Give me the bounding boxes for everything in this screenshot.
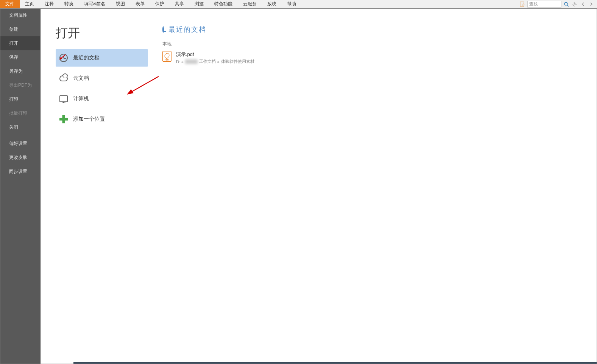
menu-tab-share[interactable]: 共享 — [170, 0, 189, 8]
menu-tab-comment[interactable]: 注释 — [39, 0, 59, 8]
option-label: 云文档 — [73, 75, 89, 82]
clock-icon — [59, 54, 68, 62]
sidebar-item-save[interactable]: 保存 — [0, 50, 40, 64]
svg-point-4 — [574, 3, 575, 5]
sidebar-item-skin[interactable]: 更改皮肤 — [0, 151, 40, 165]
menu-tab-convert[interactable]: 转换 — [59, 0, 79, 8]
sidebar-item-close[interactable]: 关闭 — [0, 120, 40, 134]
option-cloud-docs[interactable]: 云文档 — [56, 70, 148, 87]
menu-tab-file[interactable]: 文件 — [0, 0, 20, 8]
sidebar-item-exportpdf[interactable]: 导出PDF为 — [0, 78, 40, 92]
option-computer[interactable]: 计算机 — [56, 90, 148, 107]
menu-tab-browse[interactable]: 浏览 — [189, 0, 209, 8]
recent-docs-panel: 最近的文档 本地 PDF 演示.pdf D: » xxx 工作文档 » 体验软件… — [149, 8, 597, 364]
sidebar-item-preferences[interactable]: 偏好设置 — [0, 137, 40, 151]
file-name: 演示.pdf — [176, 51, 254, 58]
menu-tab-help[interactable]: 帮助 — [282, 0, 301, 8]
option-add-location[interactable]: 添加一个位置 — [56, 110, 148, 128]
option-label: 最近的文档 — [73, 54, 100, 61]
gear-icon[interactable] — [571, 1, 578, 8]
sidebar-item-open[interactable]: 打开 — [0, 36, 40, 50]
recent-docs-title: 最近的文档 — [168, 25, 206, 34]
sidebar-item-create[interactable]: 创建 — [0, 22, 40, 36]
computer-icon — [59, 95, 68, 103]
search-input[interactable]: 查找 — [527, 1, 561, 8]
file-path: D: » xxx 工作文档 » 体验软件使用素材 — [176, 59, 254, 64]
next-icon[interactable] — [588, 1, 595, 8]
page-title: 打开 — [56, 25, 149, 42]
menu-tab-fillsign[interactable]: 填写&签名 — [79, 0, 111, 8]
option-recent-docs[interactable]: 最近的文档 — [56, 49, 148, 67]
svg-line-3 — [567, 5, 569, 6]
menu-tab-slideshow[interactable]: 放映 — [262, 0, 282, 8]
menu-tab-cloud[interactable]: 云服务 — [238, 0, 262, 8]
top-menu-bar: 文件 主页 注释 转换 填写&签名 视图 表单 保护 共享 浏览 特色功能 云服… — [0, 0, 597, 8]
option-label: 添加一个位置 — [73, 116, 105, 123]
menu-tab-form[interactable]: 表单 — [130, 0, 150, 8]
menu-tab-view[interactable]: 视图 — [111, 0, 130, 8]
option-label: 计算机 — [73, 95, 89, 102]
open-options-panel: 打开 最近的文档 云文档 计算机 添加一个位置 — [41, 8, 149, 364]
status-bar — [73, 362, 597, 364]
sidebar-item-syncsettings[interactable]: 同步设置 — [0, 165, 40, 179]
file-sidebar: 文档属性 创建 打开 保存 另存为 导出PDF为 打印 批量打印 关闭 偏好设置… — [0, 8, 41, 364]
sidebar-item-batchprint[interactable]: 批量打印 — [0, 106, 40, 120]
sidebar-item-saveas[interactable]: 另存为 — [0, 64, 40, 78]
recent-file-item[interactable]: PDF 演示.pdf D: » xxx 工作文档 » 体验软件使用素材 — [162, 50, 597, 66]
find-page-icon[interactable] — [519, 1, 526, 8]
cloud-icon — [59, 74, 68, 82]
clock-icon — [162, 27, 164, 32]
plus-icon — [59, 115, 68, 123]
svg-rect-0 — [520, 2, 524, 6]
search-icon[interactable] — [563, 1, 570, 8]
menu-tab-protect[interactable]: 保护 — [150, 0, 170, 8]
section-label-local: 本地 — [162, 41, 597, 47]
menu-tab-home[interactable]: 主页 — [20, 0, 39, 8]
pdf-file-icon: PDF — [162, 51, 171, 62]
svg-point-2 — [564, 2, 567, 5]
sidebar-item-print[interactable]: 打印 — [0, 92, 40, 106]
sidebar-item-docprops[interactable]: 文档属性 — [0, 8, 40, 22]
menu-tab-features[interactable]: 特色功能 — [209, 0, 238, 8]
prev-icon[interactable] — [580, 1, 586, 8]
